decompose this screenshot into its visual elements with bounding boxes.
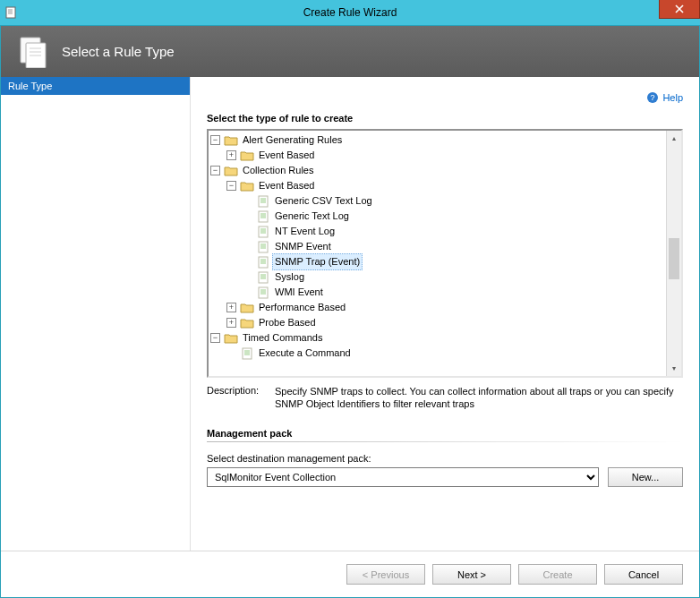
folder-icon	[240, 302, 254, 314]
rule-item-icon	[256, 286, 270, 299]
svg-rect-37	[259, 287, 268, 298]
collapse-icon[interactable]: −	[226, 181, 236, 191]
management-pack-caption: Select destination management pack:	[207, 453, 683, 464]
tree-node-collection-rules[interactable]: − Collection Rules	[210, 163, 666, 178]
description-label: Description:	[207, 385, 268, 410]
rule-item-icon	[256, 226, 270, 238]
cancel-button[interactable]: Cancel	[604, 564, 683, 585]
scroll-up-button[interactable]: ▴	[667, 131, 681, 146]
tree-node-alert-generating[interactable]: − Alert Generating Rules	[210, 132, 666, 148]
wizard-nav-bar: < Previous Next > Create Cancel	[1, 551, 699, 597]
folder-open-icon	[224, 165, 238, 177]
tree-node-collection-event-based[interactable]: − Event Based	[226, 178, 666, 193]
next-button[interactable]: Next >	[432, 564, 511, 585]
help-icon: ?	[646, 91, 659, 104]
tree-item-wmi-event[interactable]: WMI Event	[243, 285, 666, 300]
create-button: Create	[518, 564, 597, 585]
tree-node-timed-commands[interactable]: − Timed Commands	[210, 330, 666, 346]
wizard-steps-sidebar: Rule Type	[1, 77, 191, 551]
svg-rect-25	[259, 242, 268, 252]
tree-item-nt-event-log[interactable]: NT Event Log	[243, 224, 666, 239]
tree-viewport[interactable]: − Alert Generating Rules +	[209, 131, 666, 376]
tree-scrollbar[interactable]: ▴ ▾	[666, 131, 681, 376]
window-title: Create Rule Wizard	[0, 6, 700, 19]
tree-item-snmp-event[interactable]: SNMP Event	[243, 239, 666, 254]
expand-icon[interactable]: +	[226, 150, 236, 160]
wizard-header: Select a Rule Type	[1, 26, 699, 77]
tree-item-generic-csv[interactable]: Generic CSV Text Log	[243, 193, 666, 209]
svg-text:?: ?	[651, 93, 655, 102]
scroll-down-button[interactable]: ▾	[667, 361, 681, 376]
management-pack-select[interactable]: SqlMonitor Event Collection	[207, 467, 599, 487]
close-button[interactable]	[659, 0, 700, 19]
step-rule-type[interactable]: Rule Type	[1, 77, 190, 95]
rule-item-icon	[240, 347, 254, 360]
tree-node-probe-based[interactable]: +Probe Based	[226, 315, 666, 330]
help-link[interactable]: Help	[662, 92, 683, 103]
tree-node-performance-based[interactable]: +Performance Based	[226, 300, 666, 315]
rule-item-icon	[256, 271, 270, 284]
description-text: Specify SNMP traps to collect. You can c…	[275, 385, 683, 410]
rule-item-icon	[256, 195, 270, 208]
previous-button: < Previous	[346, 564, 425, 585]
new-management-pack-button[interactable]: New...	[608, 467, 683, 487]
rule-item-icon	[256, 241, 270, 253]
svg-rect-17	[259, 211, 268, 222]
wizard-icon	[17, 36, 49, 68]
title-bar: Create Rule Wizard	[0, 0, 700, 26]
svg-rect-29	[259, 257, 268, 268]
svg-rect-13	[259, 196, 268, 207]
expand-icon[interactable]: +	[226, 318, 236, 328]
folder-icon	[240, 317, 254, 329]
divider	[207, 441, 683, 442]
window-body: Select a Rule Type Rule Type ? Help Sele…	[0, 26, 700, 598]
tree-item-generic-text[interactable]: Generic Text Log	[243, 209, 666, 224]
wizard-content: ? Help Select the type of rule to create…	[191, 77, 699, 551]
management-pack-title: Management pack	[207, 428, 683, 439]
svg-rect-41	[243, 348, 252, 359]
collapse-icon[interactable]: −	[210, 135, 220, 145]
rule-item-icon	[256, 256, 270, 269]
section-title: Select the type of rule to create	[207, 113, 683, 124]
description-row: Description: Specify SNMP traps to colle…	[207, 385, 683, 410]
svg-rect-33	[259, 272, 268, 283]
tree-item-execute-command[interactable]: Execute a Command	[226, 346, 666, 361]
tree-node-alert-event-based[interactable]: + Event Based	[226, 148, 666, 163]
scrollbar-thumb[interactable]	[669, 238, 679, 279]
folder-open-icon	[224, 332, 238, 345]
collapse-icon[interactable]: −	[210, 166, 220, 175]
folder-icon	[240, 150, 254, 162]
svg-rect-21	[259, 226, 268, 237]
folder-open-icon	[240, 180, 254, 192]
collapse-icon[interactable]: −	[210, 333, 220, 343]
folder-open-icon	[224, 134, 238, 147]
tree-item-syslog[interactable]: Syslog	[243, 269, 666, 285]
rule-type-tree: − Alert Generating Rules +	[207, 129, 683, 378]
wizard-subtitle: Select a Rule Type	[62, 44, 175, 59]
rule-item-icon	[256, 210, 270, 223]
expand-icon[interactable]: +	[226, 303, 236, 312]
tree-item-snmp-trap[interactable]: SNMP Trap (Event)	[243, 254, 666, 269]
